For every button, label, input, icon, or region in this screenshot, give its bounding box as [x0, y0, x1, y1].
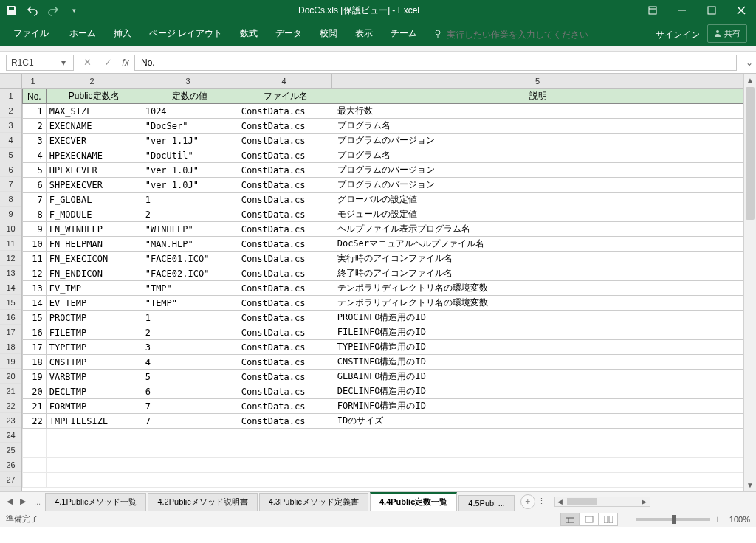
- cell-no[interactable]: 17: [23, 340, 47, 355]
- cell-file[interactable]: ConstData.cs: [238, 296, 334, 311]
- cell-value[interactable]: 1: [142, 311, 238, 325]
- zoom-in-button[interactable]: +: [715, 513, 721, 525]
- cell-file[interactable]: ConstData.cs: [238, 355, 334, 370]
- cell-no[interactable]: 6: [23, 178, 47, 193]
- cell-value[interactable]: "DocSer": [142, 119, 238, 134]
- table-row[interactable]: 11FN_EXECICON"FACE01.ICO"ConstData.cs実行時…: [23, 252, 743, 266]
- share-button[interactable]: 共有: [707, 24, 747, 43]
- cell-desc[interactable]: IDのサイズ: [334, 414, 743, 429]
- row-header[interactable]: 7: [0, 177, 21, 192]
- row-header[interactable]: 8: [0, 192, 21, 207]
- cell-file[interactable]: ConstData.cs: [238, 104, 334, 119]
- select-all-corner[interactable]: [0, 74, 22, 89]
- cell-file[interactable]: ConstData.cs: [238, 325, 334, 340]
- cell-name[interactable]: MAX_SIZE: [46, 104, 142, 119]
- cell-desc[interactable]: テンポラリディレクトリ名の環境変数: [334, 281, 743, 296]
- row-header[interactable]: 9: [0, 207, 21, 221]
- cell-name[interactable]: HPEXECNAME: [46, 148, 142, 163]
- tab-page-layout[interactable]: ページ レイアウト: [140, 23, 231, 46]
- cell-file[interactable]: ConstData.cs: [238, 178, 334, 193]
- ribbon-display-options-icon[interactable]: [638, 0, 667, 21]
- table-row[interactable]: 21FORMTMP7ConstData.csFORMINFO構造用のID: [23, 399, 743, 414]
- cell-file[interactable]: ConstData.cs: [238, 163, 334, 178]
- col-header-3[interactable]: 3: [140, 74, 236, 88]
- scroll-down-icon[interactable]: ▼: [744, 479, 756, 491]
- tab-home[interactable]: ホーム: [61, 23, 105, 46]
- cell-file[interactable]: ConstData.cs: [238, 119, 334, 134]
- cell-no[interactable]: 2: [23, 119, 47, 134]
- tab-team[interactable]: チーム: [382, 23, 426, 46]
- cell-desc[interactable]: GLBAINFO構造用のID: [334, 370, 743, 384]
- cell-file[interactable]: ConstData.cs: [238, 281, 334, 296]
- tab-nav-next-icon[interactable]: ▶: [16, 497, 30, 506]
- scroll-right-icon[interactable]: ▶: [639, 497, 650, 506]
- table-row[interactable]: 18CNSTTMP4ConstData.csCNSTINFO構造用のID: [23, 355, 743, 370]
- cell-no[interactable]: 4: [23, 148, 47, 163]
- cell-value[interactable]: 5: [142, 370, 238, 384]
- cell-desc[interactable]: DECLINFO構造用のID: [334, 384, 743, 399]
- cell-file[interactable]: ConstData.cs: [238, 370, 334, 384]
- cell-name[interactable]: EXECVER: [46, 134, 142, 148]
- cell-desc[interactable]: PROCINFO構造用のID: [334, 311, 743, 325]
- cell-no[interactable]: 21: [23, 399, 47, 414]
- row-header[interactable]: 6: [0, 162, 21, 177]
- cell-value[interactable]: 7: [142, 399, 238, 414]
- formula-expand-icon[interactable]: ⌄: [743, 58, 756, 68]
- cell-name[interactable]: FN_HELPMAN: [46, 237, 142, 252]
- formula-input[interactable]: No.: [134, 55, 737, 71]
- tell-me-input[interactable]: [447, 30, 609, 40]
- page-layout-view-button[interactable]: [580, 513, 599, 526]
- cell-desc[interactable]: CNSTINFO構造用のID: [334, 355, 743, 370]
- cell-no[interactable]: 10: [23, 237, 47, 252]
- cell-no[interactable]: 16: [23, 325, 47, 340]
- cell-name[interactable]: EV_TEMP: [46, 296, 142, 311]
- undo-icon[interactable]: [27, 4, 38, 16]
- row-header[interactable]: 26: [0, 457, 21, 472]
- cell-no[interactable]: 20: [23, 384, 47, 399]
- row-header[interactable]: 15: [0, 295, 21, 310]
- enter-formula-icon[interactable]: ✓: [97, 57, 118, 68]
- table-row[interactable]: 10FN_HELPMAN"MAN.HLP"ConstData.csDocSerマ…: [23, 237, 743, 252]
- cell-file[interactable]: ConstData.cs: [238, 399, 334, 414]
- cell-desc[interactable]: プログラムのバージョン: [334, 178, 743, 193]
- cell-file[interactable]: ConstData.cs: [238, 414, 334, 429]
- cell-name[interactable]: FILETMP: [46, 325, 142, 340]
- cell-desc[interactable]: 実行時のアイコンファイル名: [334, 252, 743, 266]
- sheet-tab[interactable]: 4.3Publicメソッド定義書: [259, 493, 368, 511]
- cell-name[interactable]: SHPEXECVER: [46, 178, 142, 193]
- table-row[interactable]: [23, 429, 743, 443]
- sheet-tab[interactable]: 4.5Publ ...: [458, 495, 515, 511]
- tab-nav-prev-icon[interactable]: ◀: [3, 497, 16, 506]
- cell-no[interactable]: 1: [23, 104, 47, 119]
- table-row[interactable]: 15PROCTMP1ConstData.csPROCINFO構造用のID: [23, 311, 743, 325]
- table-row[interactable]: 5HPEXECVER"ver 1.0J"ConstData.csプログラムのバー…: [23, 163, 743, 178]
- cell-desc[interactable]: グローバルの設定値: [334, 193, 743, 207]
- cell-desc[interactable]: プログラム名: [334, 119, 743, 134]
- horizontal-scrollbar[interactable]: ◀ ▶: [554, 497, 650, 507]
- row-header[interactable]: 27: [0, 472, 21, 487]
- insert-function-icon[interactable]: fx: [118, 58, 133, 68]
- table-row[interactable]: 3EXECVER"ver 1.1J"ConstData.csプログラムのバージョ…: [23, 134, 743, 148]
- table-row[interactable]: 4HPEXECNAME"DocUtil"ConstData.csプログラム名: [23, 148, 743, 163]
- cell-file[interactable]: ConstData.cs: [238, 222, 334, 237]
- cell-file[interactable]: ConstData.cs: [238, 266, 334, 281]
- row-header[interactable]: 23: [0, 413, 21, 428]
- cell-value[interactable]: "WINHELP": [142, 222, 238, 237]
- cell-value[interactable]: 7: [142, 414, 238, 429]
- tab-view[interactable]: 表示: [346, 23, 382, 46]
- scroll-up-icon[interactable]: ▲: [744, 74, 756, 86]
- row-header[interactable]: 19: [0, 354, 21, 369]
- tab-insert[interactable]: 挿入: [105, 23, 140, 46]
- cell-desc[interactable]: プログラムのバージョン: [334, 163, 743, 178]
- sheet-tab[interactable]: 4.4Public定数一覧: [370, 492, 457, 511]
- cell-desc[interactable]: テンポラリディレクトリ名の環境変数: [334, 296, 743, 311]
- cell-no[interactable]: 18: [23, 355, 47, 370]
- row-header[interactable]: 16: [0, 310, 21, 325]
- cell-value[interactable]: 6: [142, 384, 238, 399]
- table-row[interactable]: 6SHPEXECVER"ver 1.0J"ConstData.csプログラムのバ…: [23, 178, 743, 193]
- cell-file[interactable]: ConstData.cs: [238, 252, 334, 266]
- cell-file[interactable]: ConstData.cs: [238, 384, 334, 399]
- table-row[interactable]: 9FN_WINHELP"WINHELP"ConstData.csヘルプファイル表…: [23, 222, 743, 237]
- name-box-dropdown-icon[interactable]: ▾: [58, 58, 69, 68]
- cell-name[interactable]: FN_EXECICON: [46, 252, 142, 266]
